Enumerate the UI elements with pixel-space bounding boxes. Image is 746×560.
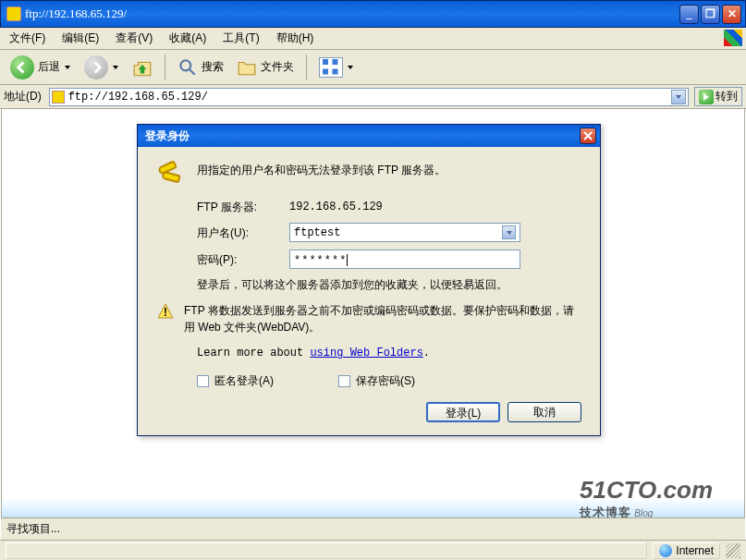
window-close-button[interactable]: ✕ (722, 5, 741, 24)
menu-tools[interactable]: 工具(T) (219, 29, 263, 48)
toolbar: 后退 搜索 文件夹 (0, 50, 746, 85)
learn-more: Learn more about using Web Folders. (197, 345, 581, 361)
username-value: ftptest (294, 225, 340, 241)
back-button[interactable]: 后退 (6, 53, 76, 82)
window-title: ftp://192.168.65.129/ (25, 6, 679, 21)
keys-icon (156, 162, 186, 188)
back-icon (10, 55, 34, 79)
views-dropdown-icon[interactable] (347, 64, 354, 71)
address-dropdown-icon[interactable] (671, 90, 686, 104)
up-button[interactable] (128, 55, 157, 80)
find-label: 寻找项目... (6, 521, 60, 537)
learn-prefix: Learn more about (197, 347, 310, 359)
windows-flag-icon (724, 30, 742, 46)
resize-grip[interactable] (726, 543, 740, 558)
dialog-message: 用指定的用户名和密码无法登录到该 FTP 服务器。 (197, 162, 446, 178)
internet-zone-icon (659, 544, 672, 557)
views-button[interactable] (314, 55, 359, 80)
dialog-note: 登录后，可以将这个服务器添加到您的收藏夹，以便轻易返回。 (197, 276, 581, 293)
up-icon (132, 57, 153, 78)
status-panel-left (6, 542, 647, 559)
svg-point-0 (180, 60, 190, 70)
save-password-label: 保存密码(S) (356, 372, 415, 389)
go-icon (699, 90, 714, 104)
server-value: 192.168.65.129 (289, 199, 383, 215)
password-value: ******* (294, 254, 347, 267)
back-label: 后退 (38, 59, 60, 75)
menu-edit[interactable]: 编辑(E) (58, 29, 103, 48)
address-bar: 地址(D) ftp://192.168.65.129/ 转到 (0, 85, 746, 109)
svg-line-1 (190, 69, 195, 75)
username-label: 用户名(U): (197, 225, 289, 241)
menu-favorites[interactable]: 收藏(A) (165, 29, 210, 48)
go-label: 转到 (715, 89, 738, 104)
address-label: 地址(D) (4, 89, 43, 104)
username-input[interactable]: ftptest (289, 223, 520, 242)
maximize-button[interactable]: ❐ (701, 5, 720, 24)
find-bar: 寻找项目... (1, 517, 745, 540)
folders-button[interactable]: 文件夹 (232, 55, 299, 80)
svg-rect-4 (323, 68, 328, 74)
forward-icon (84, 55, 108, 79)
anonymous-label: 匿名登录(A) (214, 372, 274, 389)
search-label: 搜索 (202, 59, 224, 75)
watermark-brand: 51CTO.com (580, 476, 713, 505)
password-input[interactable]: ******* (289, 250, 520, 269)
anonymous-checkbox[interactable]: 匿名登录(A) (197, 372, 274, 389)
dialog-titlebar: 登录身份 (138, 125, 600, 147)
go-button[interactable]: 转到 (694, 87, 742, 106)
views-icon (319, 57, 343, 78)
search-button[interactable]: 搜索 (173, 55, 228, 80)
save-password-checkbox[interactable]: 保存密码(S) (338, 372, 415, 389)
svg-rect-2 (323, 59, 328, 65)
menu-help[interactable]: 帮助(H) (273, 29, 318, 48)
folders-label: 文件夹 (261, 59, 294, 75)
svg-rect-3 (333, 59, 338, 65)
forward-dropdown-icon[interactable] (112, 64, 119, 71)
back-dropdown-icon[interactable] (64, 64, 71, 71)
checkbox-icon (338, 375, 350, 387)
watermark: 51CTO.com 技术博客 Blog (580, 476, 713, 521)
server-label: FTP 服务器: (197, 199, 289, 215)
address-input[interactable]: ftp://192.168.65.129/ (49, 88, 689, 106)
forward-button[interactable] (79, 53, 124, 82)
menu-view[interactable]: 查看(V) (112, 29, 156, 48)
warning-icon: ! (156, 302, 175, 321)
login-button[interactable]: 登录(L) (426, 402, 500, 422)
dialog-warning: FTP 将数据发送到服务器之前不加密或编码密码或数据。要保护密码和数据，请用 W… (184, 302, 581, 335)
minimize-button[interactable]: _ (679, 5, 699, 24)
address-value: ftp://192.168.65.129/ (68, 91, 208, 103)
search-icon (177, 57, 198, 78)
svg-rect-5 (333, 68, 338, 74)
dialog-title: 登录身份 (145, 128, 190, 144)
login-dialog: 登录身份 用指定的用户名和密码无法登录到该 FTP 服务器。 FTP 服务器: … (137, 124, 601, 436)
cancel-button[interactable]: 取消 (508, 402, 581, 422)
svg-text:!: ! (164, 306, 167, 319)
checkbox-icon (197, 375, 209, 387)
menu-file[interactable]: 文件(F) (6, 29, 49, 48)
username-dropdown-icon[interactable] (502, 225, 516, 239)
titlebar: ftp://192.168.65.129/ _ ❐ ✕ (0, 0, 746, 28)
address-icon (52, 91, 65, 103)
status-zone-label: Internet (676, 544, 714, 557)
learn-link[interactable]: using Web Folders (310, 347, 422, 359)
dialog-close-button[interactable] (580, 128, 596, 144)
window-icon (6, 6, 21, 21)
folders-icon (237, 57, 257, 78)
password-label: 密码(P): (197, 251, 289, 268)
status-zone: Internet (653, 542, 720, 559)
menubar: 文件(F) 编辑(E) 查看(V) 收藏(A) 工具(T) 帮助(H) (0, 28, 746, 50)
status-bar: Internet (0, 540, 746, 560)
